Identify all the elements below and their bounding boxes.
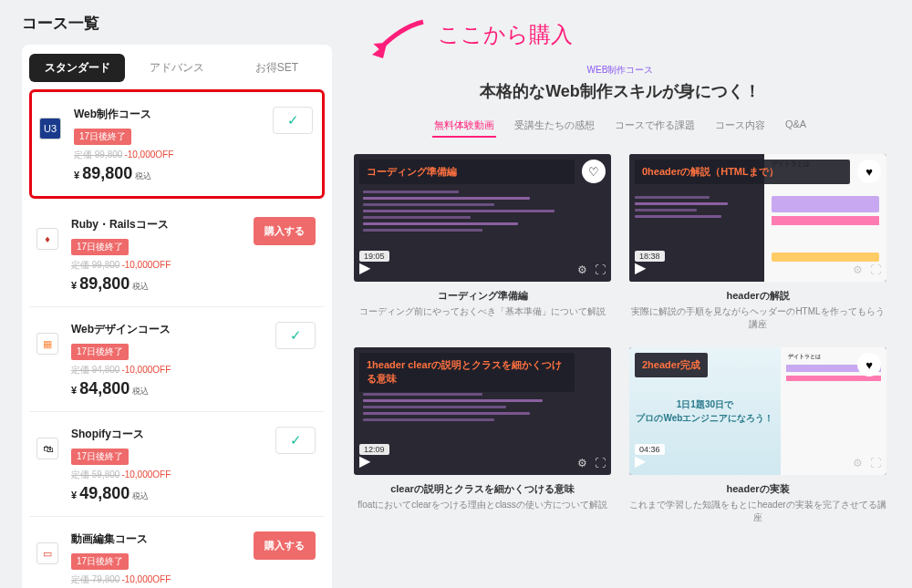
engineer-title-2: プロのWebエンジニアになろう！	[636, 411, 773, 425]
favorite-icon[interactable]: ♥	[857, 160, 881, 183]
video-overlay-title: 1header clearの説明とクラスを細かくつける意味	[359, 353, 575, 392]
video-title: headerの解説	[726, 289, 789, 303]
nav-trial[interactable]: 無料体験動画	[432, 115, 496, 138]
video-thumbnail[interactable]: 1header clearの説明とクラスを細かくつける意味 12:09 ▶ ⚙ …	[354, 347, 611, 475]
video-overlay-title: コーディング準備編	[359, 160, 575, 184]
price: ¥ 84,800税込	[71, 379, 275, 398]
favorite-icon[interactable]: ♡	[582, 160, 606, 183]
video-desc: これまで学習した知識をもとにheaderの実装を完了させてる講座	[629, 499, 886, 524]
video-thumbnail[interactable]: 1日1題30日で プロのWebエンジニアになろう！ デイトラとは 2header…	[629, 347, 886, 475]
video-card: 1header clearの説明とクラスを細かくつける意味 12:09 ▶ ⚙ …	[354, 347, 611, 524]
video-thumbnail[interactable]: デイトラとは 0headerの解説（HTMLまで） ♥ 18:38 ▶ ⚙ ⛶	[629, 154, 886, 282]
selected-check-button[interactable]: ✓	[275, 322, 316, 349]
tab-set[interactable]: お得SET	[229, 54, 325, 82]
selected-check-button[interactable]: ✓	[275, 427, 316, 454]
video-icon: ▭	[36, 542, 58, 564]
settings-icon[interactable]: ⚙	[853, 263, 863, 276]
course-item-video[interactable]: ▭ 動画編集コース 17日後終了 定価 79,800-10,000OFF ¥ 6…	[29, 517, 325, 588]
fullscreen-icon[interactable]: ⛶	[595, 263, 606, 276]
course-name: Shopifyコース	[71, 427, 275, 442]
nav-assignments[interactable]: コースで作る課題	[613, 115, 697, 138]
discount: -10,000OFF	[121, 260, 171, 270]
settings-icon[interactable]: ⚙	[577, 457, 587, 469]
video-card: 1日1題30日で プロのWebエンジニアになろう！ デイトラとは 2header…	[629, 347, 886, 524]
old-price: 定価 94,800	[71, 365, 119, 375]
play-icon[interactable]: ▶	[635, 259, 646, 276]
favorite-icon[interactable]: ♥	[857, 353, 881, 377]
discount: -10,000OFF	[124, 150, 173, 160]
price: ¥ 89,800税込	[74, 164, 273, 183]
deadline-badge: 17日後終了	[74, 129, 131, 145]
video-card: コーディング準備編 ♡ 19:05 ▶ ⚙ ⛶ コーディング準備編 コーディング…	[354, 154, 611, 331]
old-price: 定価 59,800	[71, 469, 119, 480]
old-price: 定価 79,800	[71, 574, 119, 584]
course-item-ruby[interactable]: ♦ Ruby・Railsコース 17日後終了 定価 99,800-10,000O…	[29, 202, 325, 307]
deadline-badge: 17日後終了	[71, 344, 129, 360]
course-item-web[interactable]: U3 Web制作コース 17日後終了 定価 99,800-10,000OFF ¥…	[29, 89, 325, 199]
video-title: headerの実装	[726, 482, 789, 496]
nav-contents[interactable]: コース内容	[713, 115, 767, 138]
content-nav: 無料体験動画 受講生たちの感想 コースで作る課題 コース内容 Q&A	[350, 115, 890, 138]
course-name: 動画編集コース	[71, 531, 254, 547]
fullscreen-icon[interactable]: ⛶	[870, 263, 881, 276]
course-name: Webデザインコース	[71, 322, 275, 337]
course-item-shopify[interactable]: 🛍 Shopifyコース 17日後終了 定価 59,800-10,000OFF …	[29, 412, 325, 517]
video-thumbnail[interactable]: コーディング準備編 ♡ 19:05 ▶ ⚙ ⛶	[354, 154, 611, 282]
nav-reviews[interactable]: 受講生たちの感想	[513, 115, 596, 138]
tab-standard[interactable]: スタンダード	[29, 54, 125, 82]
main-title: 本格的なWeb制作スキルが身につく！	[350, 80, 890, 102]
video-title: コーディング準備編	[438, 289, 528, 303]
discount: -10,000OFF	[121, 574, 171, 584]
video-overlay-title: 2header完成	[635, 353, 708, 377]
fullscreen-icon[interactable]: ⛶	[595, 457, 606, 469]
deadline-badge: 17日後終了	[71, 239, 129, 255]
engineer-title-1: 1日1題30日で	[677, 397, 733, 411]
video-desc: コーディング前にやっておくべき「基本準備」について解説	[359, 305, 606, 318]
buy-button[interactable]: 購入する	[254, 217, 316, 245]
settings-icon[interactable]: ⚙	[853, 457, 863, 469]
old-price: 定価 99,800	[71, 260, 119, 270]
buy-button[interactable]: 購入する	[254, 531, 316, 560]
course-panel: スタンダード アドバンス お得SET U3 Web制作コース 17日後終了 定価…	[22, 45, 332, 588]
video-title: clearの説明とクラスを細かくつける意味	[390, 482, 575, 496]
settings-icon[interactable]: ⚙	[577, 263, 587, 276]
page-title: コース一覧	[22, 13, 332, 34]
discount: -10,000OFF	[121, 469, 171, 480]
tab-row: スタンダード アドバンス お得SET	[29, 54, 325, 82]
play-icon[interactable]: ▶	[359, 259, 370, 276]
video-desc: floatにおいてclearをつける理由とclassの使い方について解説	[358, 499, 606, 511]
play-icon[interactable]: ▶	[635, 452, 646, 469]
selected-check-button[interactable]: ✓	[273, 107, 313, 134]
web-icon: U3	[39, 118, 61, 139]
video-grid: コーディング準備編 ♡ 19:05 ▶ ⚙ ⛶ コーディング準備編 コーディング…	[350, 154, 890, 524]
shopify-icon: 🛍	[36, 438, 58, 459]
video-card: デイトラとは 0headerの解説（HTMLまで） ♥ 18:38 ▶ ⚙ ⛶ …	[629, 154, 886, 331]
video-desc: 実際に解説の手順を見ながらヘッダーのHTMLを作ってもらう講座	[629, 305, 886, 331]
design-icon: ▦	[36, 333, 58, 355]
price: ¥ 89,800税込	[71, 274, 254, 294]
nav-qa[interactable]: Q&A	[783, 115, 808, 138]
play-icon[interactable]: ▶	[359, 452, 370, 469]
course-name: Ruby・Railsコース	[71, 217, 254, 232]
course-category-label: WEB制作コース	[350, 64, 890, 77]
deadline-badge: 17日後終了	[71, 553, 129, 570]
video-overlay-title: 0headerの解説（HTMLまで）	[635, 160, 850, 184]
purchase-arrow-annotation: ここから購入	[368, 11, 573, 66]
course-name: Web制作コース	[74, 107, 273, 122]
deadline-badge: 17日後終了	[71, 449, 129, 465]
old-price: 定価 99,800	[74, 150, 122, 160]
annotation-text: ここから購入	[438, 20, 573, 49]
fullscreen-icon[interactable]: ⛶	[870, 457, 881, 469]
course-item-design[interactable]: ▦ Webデザインコース 17日後終了 定価 94,800-10,000OFF …	[29, 307, 325, 412]
ruby-icon: ♦	[36, 228, 58, 250]
tab-advance[interactable]: アドバンス	[129, 54, 224, 82]
discount: -10,000OFF	[121, 365, 171, 375]
price: ¥ 49,800税込	[71, 484, 275, 503]
